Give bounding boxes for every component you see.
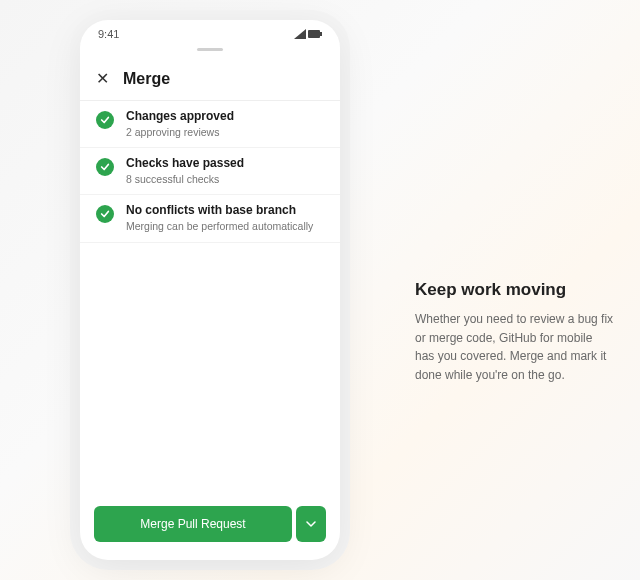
signal-icon [294, 29, 306, 39]
title-bar: ✕ Merge [80, 60, 340, 101]
marketing-copy: Keep work moving Whether you need to rev… [415, 280, 615, 384]
marketing-body: Whether you need to review a bug fix or … [415, 310, 615, 384]
close-icon[interactable]: ✕ [96, 71, 109, 87]
check-circle-icon [96, 111, 114, 129]
check-title: Changes approved [126, 109, 324, 125]
battery-icon [308, 29, 322, 39]
page-title: Merge [123, 70, 170, 88]
merge-checklist: Changes approved 2 approving reviews Che… [80, 101, 340, 494]
check-row: Changes approved 2 approving reviews [80, 101, 340, 148]
speaker-notch [80, 48, 340, 60]
check-title: Checks have passed [126, 156, 324, 172]
phone-mockup: 9:41 ✕ Merge Changes approved 2 approvin… [80, 20, 340, 560]
check-subtitle: 2 approving reviews [126, 126, 324, 140]
check-circle-icon [96, 205, 114, 223]
status-icons [294, 29, 322, 39]
check-row: No conflicts with base branch Merging ca… [80, 195, 340, 242]
footer-actions: Merge Pull Request [80, 494, 340, 560]
status-bar: 9:41 [80, 20, 340, 48]
check-subtitle: 8 successful checks [126, 173, 324, 187]
svg-rect-0 [308, 30, 320, 38]
marketing-title: Keep work moving [415, 280, 615, 300]
merge-options-dropdown[interactable] [296, 506, 326, 542]
check-circle-icon [96, 158, 114, 176]
check-row: Checks have passed 8 successful checks [80, 148, 340, 195]
merge-button[interactable]: Merge Pull Request [94, 506, 292, 542]
svg-rect-1 [320, 32, 322, 36]
status-time: 9:41 [98, 28, 119, 40]
check-title: No conflicts with base branch [126, 203, 324, 219]
check-subtitle: Merging can be performed automatically [126, 220, 324, 234]
chevron-down-icon [306, 519, 316, 529]
